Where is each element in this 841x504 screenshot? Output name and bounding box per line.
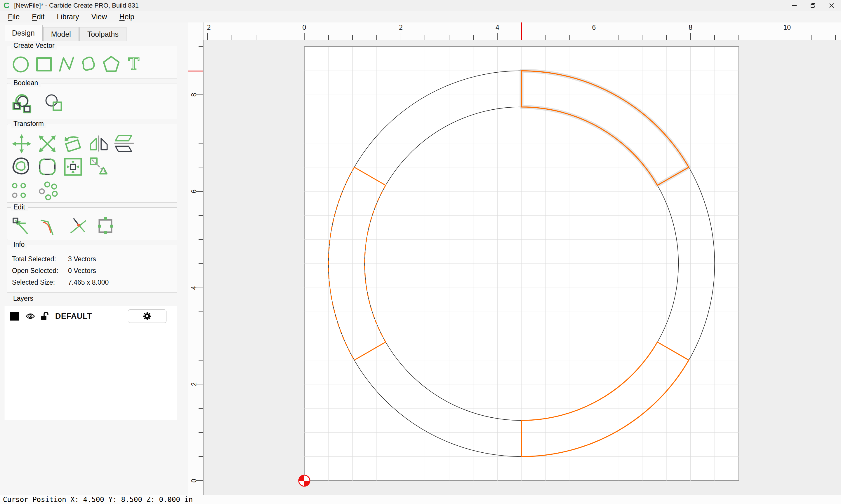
- polyline-icon: [57, 55, 75, 73]
- minimize-button[interactable]: [785, 0, 804, 11]
- fillet-tool[interactable]: [39, 216, 60, 236]
- mirror-horizontal-tool[interactable]: [88, 133, 109, 155]
- mirror-horizontal-icon: [88, 133, 109, 155]
- h-ruler-tick: [376, 35, 377, 40]
- edit-label: Edit: [11, 203, 28, 211]
- cursor-position-readout: Cursor Position X: 4.500 Y: 8.500 Z: 0.0…: [3, 496, 193, 504]
- inset-tool[interactable]: [62, 156, 84, 177]
- boolean-union-icon: [12, 93, 34, 114]
- move-tool[interactable]: [11, 133, 32, 155]
- create-vector-label: Create Vector: [11, 42, 57, 50]
- boolean-subtract-tool[interactable]: [44, 93, 66, 114]
- rotate-tool[interactable]: [62, 133, 84, 155]
- inset-icon: [62, 156, 84, 177]
- h-ruler-tick: [690, 33, 691, 40]
- menu-help[interactable]: Help: [113, 11, 140, 22]
- v-ruler-tick: [199, 432, 203, 433]
- circle-tool[interactable]: [12, 55, 31, 73]
- resize-handles-icon: [96, 216, 116, 236]
- v-ruler-tick: [199, 239, 203, 240]
- v-ruler-number: 0: [188, 474, 200, 487]
- layer-unlocked-icon[interactable]: [40, 311, 49, 321]
- rectangle-tool[interactable]: [35, 55, 53, 73]
- info-row-open: Open Selected: 0 Vectors: [12, 265, 177, 276]
- scale-tool[interactable]: [36, 133, 58, 155]
- curve-tool[interactable]: [80, 55, 98, 73]
- round-corners-tool[interactable]: [36, 156, 58, 177]
- layers-header: Layers: [7, 299, 177, 302]
- h-ruler-tick: [256, 35, 256, 40]
- boolean-subtract-icon: [44, 93, 66, 114]
- h-ruler-tick: [594, 33, 594, 40]
- info-body: Total Selected: 3 Vectors Open Selected:…: [7, 245, 177, 292]
- boolean-label: Boolean: [11, 79, 40, 87]
- menu-edit[interactable]: Edit: [26, 11, 51, 22]
- layers-list: DEFAULT: [4, 306, 177, 420]
- h-ruler-number: 10: [784, 24, 791, 32]
- layer-settings-button[interactable]: [128, 309, 167, 323]
- h-ruler-number: 8: [689, 24, 692, 32]
- v-ruler-tick: [199, 47, 203, 47]
- align-icon: [88, 156, 109, 177]
- polygon-tool[interactable]: [102, 55, 121, 73]
- offset-tool[interactable]: [11, 156, 32, 177]
- resize-handles-tool[interactable]: [96, 216, 116, 236]
- h-ruler-tick: [497, 33, 498, 40]
- v-ruler-tick: [199, 263, 203, 264]
- h-ruler-tick: [328, 35, 329, 40]
- tab-model[interactable]: Model: [43, 27, 79, 41]
- close-button[interactable]: [822, 0, 841, 11]
- selected-size-value: 7.465 x 8.000: [68, 276, 109, 288]
- layer-row-default[interactable]: DEFAULT: [4, 306, 177, 323]
- v-ruler-tick: [199, 215, 203, 216]
- align-tool[interactable]: [88, 156, 109, 177]
- menu-library[interactable]: Library: [51, 11, 85, 22]
- menu-view[interactable]: View: [85, 11, 113, 22]
- h-ruler-tick: [763, 35, 763, 40]
- offset-icon: [11, 156, 32, 177]
- circular-array-tool[interactable]: [38, 180, 60, 201]
- h-ruler-tick: [546, 35, 546, 40]
- open-selected-label: Open Selected:: [12, 265, 68, 276]
- job-origin-marker: [299, 475, 310, 486]
- mirror-vertical-tool[interactable]: [114, 133, 135, 155]
- text-tool[interactable]: T: [125, 55, 143, 73]
- trim-icon: [67, 216, 88, 236]
- main-tabs: Design Model Toolpaths: [0, 22, 188, 41]
- boolean-union-tool[interactable]: [12, 93, 34, 114]
- layer-visibility-eye-icon[interactable]: [25, 313, 35, 320]
- design-canvas[interactable]: [204, 40, 841, 495]
- linear-array-tool[interactable]: [11, 182, 29, 200]
- tab-design[interactable]: Design: [4, 25, 42, 41]
- edit-group: Edit: [7, 208, 177, 240]
- v-ruler-tick: [199, 336, 203, 336]
- trim-tool[interactable]: [67, 216, 88, 236]
- layer-color-swatch[interactable]: [10, 312, 19, 321]
- move-icon: [11, 133, 32, 155]
- h-ruler-tick: [449, 35, 449, 40]
- info-row-size: Selected Size: 7.465 x 8.000: [12, 276, 177, 288]
- horizontal-ruler: -20246810: [204, 22, 841, 40]
- h-ruler-tick: [787, 33, 787, 40]
- vertical-ruler: 02468: [188, 40, 204, 495]
- h-ruler-tick: [811, 35, 811, 40]
- restore-button[interactable]: [804, 0, 822, 11]
- selected-size-label: Selected Size:: [12, 276, 68, 288]
- polyline-tool[interactable]: [57, 55, 75, 73]
- boolean-tools: [7, 84, 177, 119]
- node-edit-tool[interactable]: [12, 216, 32, 236]
- h-ruler-tick: [231, 35, 232, 40]
- v-ruler-number: 8: [188, 88, 200, 101]
- ruler-corner: [188, 22, 204, 40]
- rectangle-icon: [35, 55, 53, 73]
- canvas-drawing: [204, 40, 841, 495]
- menu-bar: FileEditLibraryViewHelp: [0, 11, 841, 22]
- h-ruler-tick: [425, 35, 425, 40]
- create-vector-tools: T: [7, 46, 177, 78]
- menu-file[interactable]: File: [2, 11, 26, 22]
- h-ruler-number: 4: [496, 24, 499, 32]
- tab-toolpaths[interactable]: Toolpaths: [80, 27, 126, 41]
- fillet-icon: [39, 216, 60, 236]
- transform-tools-row2: [7, 155, 177, 179]
- h-ruler-tick: [618, 35, 618, 40]
